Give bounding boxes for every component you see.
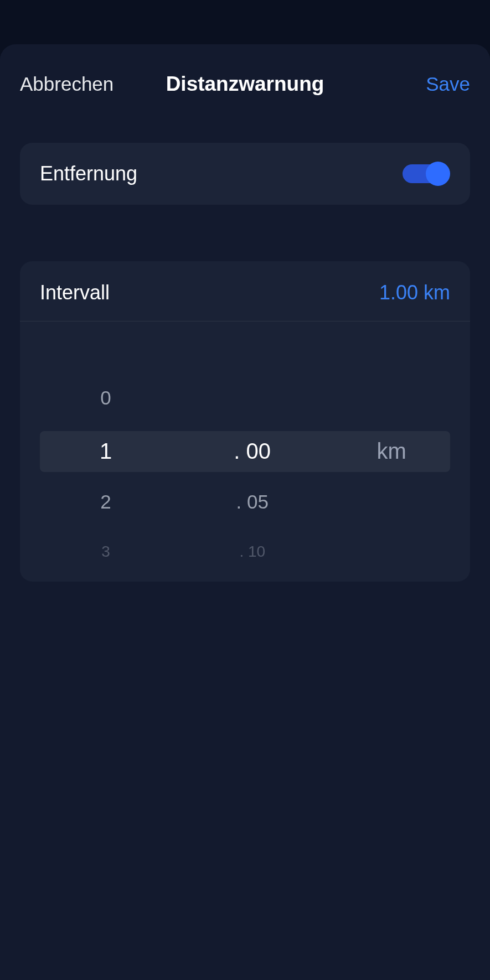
interval-picker[interactable]: 0 1 2 3 . 00 . 05 . 10 km [20,322,470,582]
picker-unit-label: km [333,439,450,464]
distance-toggle-label: Entfernung [40,162,137,185]
picker-decimal-selected[interactable]: . 00 [172,439,333,464]
distance-toggle-card: Entfernung [20,143,470,205]
save-button[interactable]: Save [426,73,470,95]
picker-decimal-option[interactable]: . 05 [172,491,333,513]
picker-integer-column[interactable]: 0 1 2 3 [40,322,172,582]
picker-integer-option[interactable]: 2 [40,491,172,513]
picker-integer-option[interactable]: 0 [40,387,172,409]
modal-header: Abbrechen Distanzwarnung Save [0,44,490,95]
interval-card: Intervall 1.00 km 0 1 2 3 . 00 . 05 . 10… [20,261,470,582]
cancel-button[interactable]: Abbrechen [20,73,114,95]
interval-header: Intervall 1.00 km [20,281,470,322]
toggle-thumb [426,162,450,186]
picker-integer-selected[interactable]: 1 [40,439,172,464]
picker-decimal-column[interactable]: . 00 . 05 . 10 [172,322,333,582]
distance-warning-modal: Abbrechen Distanzwarnung Save Entfernung… [0,44,490,980]
modal-title: Distanzwarnung [166,72,324,96]
interval-value: 1.00 km [379,281,450,304]
interval-label: Intervall [40,281,110,304]
picker-unit-column: km [333,322,450,582]
picker-integer-option[interactable]: 3 [40,543,172,561]
distance-toggle[interactable] [403,162,450,186]
picker-decimal-option[interactable]: . 10 [172,543,333,561]
